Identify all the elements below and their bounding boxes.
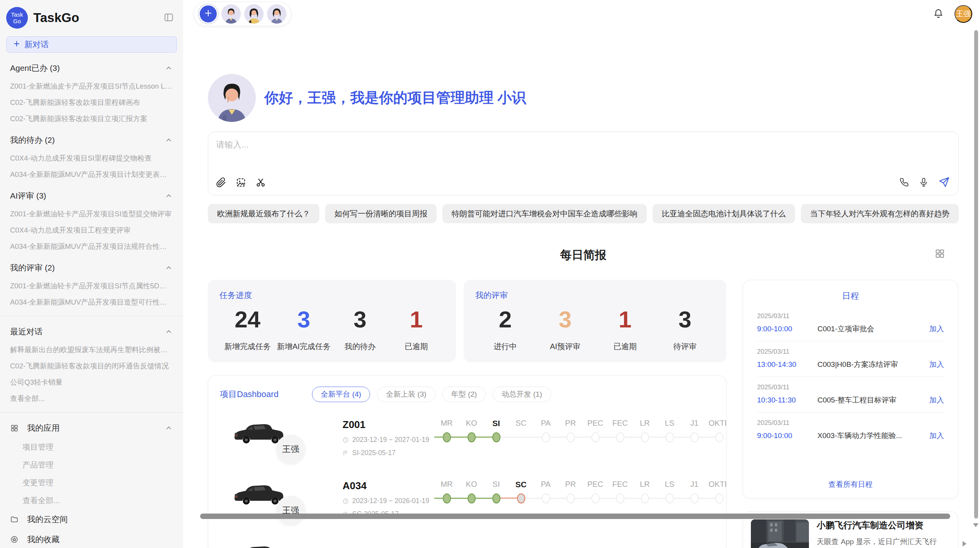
stat-value: 24 — [219, 306, 276, 333]
join-meeting-link[interactable]: 加入 — [929, 360, 944, 370]
stat-item: 3待评审 — [655, 306, 715, 352]
dashboard-tab[interactable]: 年型 (2) — [442, 387, 486, 402]
suggestion-chip[interactable]: 当下年轻人对汽车外观有怎样的喜好趋势 — [801, 204, 959, 223]
vertical-scrollbar[interactable] — [974, 30, 978, 519]
sidebar-conversation-item[interactable]: Z001-全新燃油轻卡产品开发项目SI造型提交物评审 — [0, 206, 183, 222]
sidebar-conversation-item[interactable]: C02-飞腾新能源轻客改款项目立项汇报方案 — [0, 111, 183, 127]
sidebar-section-header[interactable]: AI评审 (3) — [0, 186, 183, 206]
sidebar-section-header[interactable]: 我的评审 (2) — [0, 258, 183, 278]
new-conversation-button[interactable] — [199, 4, 218, 24]
chevron-up-icon — [164, 327, 173, 336]
suggestion-chip[interactable]: 如何写一份清晰的项目周报 — [325, 204, 437, 223]
sidebar-item-my-apps[interactable]: 我的应用 — [0, 418, 183, 438]
topbar-right: 王强 — [933, 5, 972, 23]
milestone-dot-j1 — [690, 432, 699, 442]
send-button[interactable] — [939, 176, 950, 189]
chat-input[interactable]: 请输入... — [208, 132, 959, 195]
sidebar-conversation-item[interactable]: Z001-全新燃油皮卡产品开发项目SI节点Lesson Learn报告 — [0, 78, 183, 94]
join-meeting-link[interactable]: 加入 — [929, 395, 944, 405]
milestone-label: KO — [459, 480, 484, 491]
sidebar-conversation-item[interactable]: A034-全新新能源MUV产品开发项目法规符合性评审 — [0, 238, 183, 255]
view-all-schedule-link[interactable]: 查看所有日程 — [743, 480, 958, 490]
milestone-label: FEC — [608, 480, 632, 491]
milestone-track: MRKOSISCPAPRPECFECLRLSJ1OKTB — [434, 419, 726, 480]
attach-image-button[interactable] — [236, 177, 246, 189]
sidebar-recent-item[interactable]: 查看全部... — [0, 390, 183, 407]
project-date-range: 2023-12-19 ~ 2026-01-19 — [343, 497, 430, 505]
sidebar-section-header[interactable]: 最近对话 — [0, 322, 183, 342]
stat-item: 3AI预评审 — [535, 306, 595, 352]
suggestion-chip[interactable]: 特朗普可能对进口汽车增税会对中国车企造成哪些影响 — [442, 204, 647, 223]
sidebar-recent-item[interactable]: 解释最新出台的欧盟报废车法规再生塑料比例被调至15%... — [0, 342, 183, 358]
sidebar-conversation-item[interactable]: A034-全新新能源MUV产品开发项目计划变更表编写 — [0, 166, 183, 183]
dashboard-tab[interactable]: 全新平台 (4) — [312, 387, 370, 402]
attach-file-button[interactable] — [216, 177, 226, 189]
conversation-avatar-2[interactable] — [244, 4, 264, 24]
suggestion-chip[interactable]: 欧洲新规最近颁布了什么？ — [208, 204, 319, 223]
milestone-dot-ls — [666, 493, 674, 503]
sidebar-conversation-item[interactable]: C0X4-动力总成开发项目SI里程碑提交物检查 — [0, 150, 183, 166]
clip-screenshot-button[interactable] — [255, 177, 266, 189]
flag-icon — [343, 450, 349, 456]
milestone-label: KO — [459, 419, 484, 430]
sidebar-conversation-item[interactable]: C02-飞腾新能源轻客改款项目里程碑画布 — [0, 94, 183, 111]
sidebar-app-item[interactable]: 变更管理 — [0, 474, 183, 491]
sidebar-section-header[interactable]: 我的待办 (2) — [0, 130, 183, 150]
conversation-switcher — [194, 2, 291, 26]
project-owner-badge: 王强 — [276, 496, 305, 525]
milestone-dot-ko — [468, 432, 476, 442]
scroll-down-arrow-icon[interactable] — [973, 523, 978, 527]
schedule-name: C005-整车工程目标评审 — [817, 395, 929, 405]
join-meeting-link[interactable]: 加入 — [929, 431, 944, 441]
voice-call-button[interactable] — [899, 177, 909, 188]
sidebar-conversation-item[interactable]: Z001-全新燃油轻卡产品开发项目SI节点属性5D文件评审 — [0, 278, 183, 294]
sidebar-app-item[interactable]: 查看全部... — [0, 491, 183, 509]
chevron-up-icon — [164, 424, 173, 432]
suggestion-chip[interactable]: 比亚迪全固态电池计划具体说了什么 — [653, 204, 795, 223]
scroll-right-arrow-icon[interactable] — [963, 541, 966, 546]
assistant-illustration — [208, 74, 256, 122]
milestone-dot-pa — [542, 432, 550, 442]
sidebar-recent-item[interactable]: C02-飞腾新能源轻客改款项目的闭环通告反馈情况 — [0, 358, 183, 374]
sidebar-section-title: AI评审 (3) — [10, 190, 46, 201]
stat-value: 3 — [332, 306, 388, 333]
sidebar-item-badge[interactable]: 我的收藏 — [0, 529, 183, 548]
microphone-button[interactable] — [919, 177, 929, 188]
join-meeting-link[interactable]: 加入 — [929, 324, 944, 334]
news-body: 天眼查 App 显示，近日广州汇天飞行汽... — [817, 537, 950, 548]
stat-label: 新增AI完成任务 — [276, 341, 332, 352]
stat-label: 已逾期 — [388, 341, 444, 352]
conversation-avatar-1[interactable] — [221, 4, 241, 24]
send-icon — [939, 176, 950, 189]
project-row: 王强Z0012023-12-19 ~ 2027-01-19SI-2025-05-… — [208, 419, 726, 480]
milestone-label: PA — [533, 419, 558, 430]
chevron-up-icon — [164, 192, 173, 200]
sidebar-section-title: Agent已办 (3) — [10, 63, 60, 74]
conversation-avatar-3[interactable] — [267, 4, 286, 24]
sidebar-collapse-button[interactable] — [163, 12, 175, 24]
briefing-layout-button[interactable] — [934, 248, 945, 260]
stat-label: 我的待办 — [332, 341, 388, 352]
sidebar-app-item[interactable]: 项目管理 — [0, 438, 183, 456]
dashboard-tab[interactable]: 动总开发 (1) — [493, 387, 551, 402]
sidebar-recent-item[interactable]: 公司Q3轻卡销量 — [0, 374, 183, 390]
stat-item: 2进行中 — [475, 306, 535, 352]
sidebar-section-header[interactable]: Agent已办 (3) — [0, 58, 183, 78]
sidebar-conversation-item[interactable]: C0X4-动力总成开发项目工程变更评审 — [0, 222, 183, 238]
milestone-label: PEC — [583, 480, 608, 491]
user-avatar[interactable]: 王强 — [954, 5, 972, 23]
sidebar-item-folder[interactable]: 我的云空间 — [0, 509, 183, 529]
clock-icon — [343, 498, 349, 504]
milestone-dot-fec — [616, 493, 624, 503]
horizontal-scrollbar[interactable] — [200, 514, 950, 519]
new-chat-button[interactable]: 新对话 — [6, 36, 177, 53]
dashboard-tab[interactable]: 全新上装 (3) — [377, 387, 435, 402]
sidebar-app-item[interactable]: 产品管理 — [0, 456, 183, 474]
notifications-button[interactable] — [933, 8, 944, 20]
clock-icon — [343, 437, 349, 443]
sidebar-conversation-item[interactable]: A034-全新新能源MUV产品开发项目造型可行性评审 — [0, 294, 183, 310]
divider — [0, 412, 183, 413]
suggestion-chips: 欧洲新规最近颁布了什么？如何写一份清晰的项目周报特朗普可能对进口汽车增税会对中国… — [208, 204, 959, 223]
project-code: Z001 — [343, 419, 430, 431]
stat-value: 3 — [276, 306, 332, 333]
